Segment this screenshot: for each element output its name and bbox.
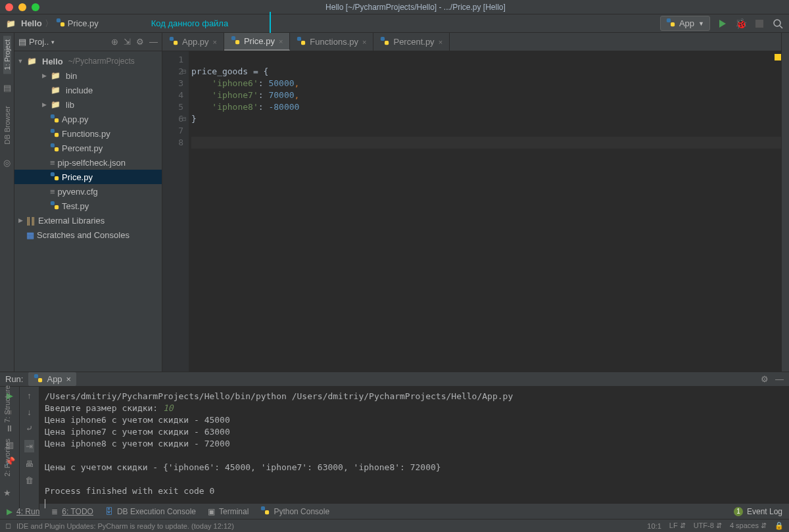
tree-item[interactable]: ≡pip-selfcheck.json bbox=[14, 155, 162, 170]
code-content[interactable]: ⊟price_goods = { 'iphone6': 50000, 'ipho… bbox=[189, 51, 781, 372]
tree-item[interactable]: include bbox=[14, 83, 162, 97]
status-message[interactable]: IDE and Plugin Updates: PyCharm is ready… bbox=[16, 522, 234, 530]
fold-icon[interactable]: ⊟ bbox=[181, 66, 187, 78]
status-line-ending[interactable]: LF ⇵ bbox=[669, 521, 686, 530]
tree-item[interactable]: ≡pyvenv.cfg bbox=[14, 184, 162, 199]
line-number: 3 bbox=[162, 78, 183, 89]
hide-panel-icon[interactable]: — bbox=[775, 374, 784, 384]
close-icon[interactable]: × bbox=[66, 374, 72, 384]
scroll-icon[interactable]: ⇥ bbox=[24, 440, 34, 452]
tree-external-libraries[interactable]: ▶ ‖‖ External Libraries bbox=[14, 213, 162, 228]
close-icon[interactable]: × bbox=[439, 38, 442, 46]
tree-root-path: ~/PycharmProjects bbox=[68, 57, 135, 66]
editor-tab[interactable]: App.py× bbox=[162, 33, 224, 51]
caret-icon[interactable]: ▶ bbox=[41, 72, 47, 79]
caret-icon[interactable]: ▶ bbox=[41, 101, 47, 108]
print-icon[interactable]: 🖶 bbox=[25, 459, 34, 469]
tree-item[interactable]: Percent.py bbox=[14, 141, 162, 155]
python-icon bbox=[169, 36, 178, 47]
status-encoding[interactable]: UTF-8 ⇵ bbox=[694, 521, 722, 530]
side-tab-structure[interactable]: 7: Structure bbox=[3, 381, 11, 427]
line-number: 5 bbox=[162, 101, 183, 113]
status-indent[interactable]: 4 spaces ⇵ bbox=[730, 521, 767, 530]
svg-rect-18 bbox=[170, 37, 174, 41]
bottom-tab-event-log[interactable]: Event Log bbox=[747, 507, 782, 516]
breadcrumb-file[interactable]: Price.py bbox=[68, 18, 99, 28]
fold-icon[interactable]: ⊟ bbox=[181, 113, 187, 125]
stop-button[interactable] bbox=[753, 18, 765, 30]
close-icon[interactable]: × bbox=[362, 38, 366, 46]
side-tab-project[interactable]: 1: Project bbox=[3, 36, 11, 74]
console-line bbox=[45, 473, 784, 485]
editor-tab[interactable]: Functions.py× bbox=[290, 33, 373, 51]
folder-icon bbox=[5, 18, 16, 29]
tree-root[interactable]: ▼ Hello ~/PycharmProjects bbox=[14, 54, 162, 68]
svg-rect-11 bbox=[55, 133, 59, 137]
annotation-label: Код данного файла bbox=[151, 18, 228, 28]
db-icon[interactable]: ▤ bbox=[3, 83, 11, 93]
tree-item[interactable]: ▶bin bbox=[14, 68, 162, 83]
caret-right-icon[interactable]: ▶ bbox=[17, 217, 24, 224]
svg-point-6 bbox=[774, 20, 780, 26]
wrap-icon[interactable]: ⤶ bbox=[26, 423, 33, 433]
close-icon[interactable]: × bbox=[212, 38, 216, 46]
run-config-selector[interactable]: App ▼ bbox=[660, 16, 710, 31]
run-console[interactable]: /Users/dmitriy/PycharmProjects/Hello/bin… bbox=[39, 387, 789, 513]
tree-item[interactable]: App.py bbox=[14, 112, 162, 126]
maximize-window-icon[interactable] bbox=[32, 3, 39, 11]
bottom-tab-db-exec[interactable]: 🗄DB Execution Console bbox=[105, 507, 196, 516]
svg-rect-14 bbox=[51, 172, 55, 176]
project-panel-title[interactable]: Proj.. bbox=[29, 37, 49, 47]
bottom-tab-terminal[interactable]: ▣Terminal bbox=[208, 507, 249, 516]
down-icon[interactable]: ↓ bbox=[27, 407, 32, 417]
project-tree[interactable]: ▼ Hello ~/PycharmProjects ▶bininclude▶li… bbox=[14, 51, 162, 372]
breadcrumb[interactable]: Hello 〉 Price.py bbox=[5, 18, 99, 30]
hide-panel-icon[interactable]: — bbox=[149, 37, 158, 47]
bottom-tab-run[interactable]: ▶4: Run bbox=[7, 507, 39, 516]
svg-rect-26 bbox=[34, 374, 38, 378]
up-icon[interactable]: ↑ bbox=[27, 391, 32, 400]
caret-down-icon[interactable]: ▼ bbox=[17, 58, 24, 64]
minimize-window-icon[interactable] bbox=[18, 3, 26, 11]
tree-item-label: Price.py bbox=[62, 172, 93, 182]
run-toolbar-console: ↑ ↓ ⤶ ⇥ 🖶 🗑 bbox=[20, 387, 39, 513]
toggle-tools-icon[interactable]: ◻ bbox=[5, 521, 11, 530]
bottom-tab-python-console[interactable]: Python Console bbox=[260, 506, 329, 517]
star-icon[interactable]: ★ bbox=[3, 488, 11, 498]
tree-scratches[interactable]: ▦ Scratches and Consoles bbox=[14, 228, 162, 242]
lock-icon[interactable]: 🔒 bbox=[775, 521, 784, 530]
collapse-icon[interactable]: ⇲ bbox=[124, 37, 131, 47]
debug-button[interactable]: 🐞 bbox=[735, 18, 747, 30]
search-icon[interactable] bbox=[772, 18, 784, 30]
run-button[interactable] bbox=[717, 18, 729, 30]
status-caret-pos[interactable]: 10:1 bbox=[647, 522, 661, 530]
svg-rect-21 bbox=[235, 40, 239, 44]
gear-icon[interactable]: ◎ bbox=[3, 158, 11, 168]
side-tab-db-browser[interactable]: DB Browser bbox=[3, 102, 11, 149]
bottom-tab-todo[interactable]: ≣6: TODO bbox=[51, 507, 93, 516]
editor-tab[interactable]: Price.py× bbox=[224, 33, 290, 51]
tab-label: Functions.py bbox=[310, 37, 358, 47]
tree-item[interactable]: Functions.py bbox=[14, 126, 162, 141]
tree-item[interactable]: ▶lib bbox=[14, 97, 162, 112]
svg-rect-5 bbox=[755, 20, 763, 28]
trash-icon[interactable]: 🗑 bbox=[25, 475, 34, 485]
breadcrumb-project[interactable]: Hello bbox=[21, 18, 42, 28]
tree-item[interactable]: Price.py bbox=[14, 170, 162, 184]
gear-icon[interactable]: ⚙ bbox=[761, 374, 769, 384]
code-editor[interactable]: 12345678 ⊟price_goods = { 'iphone6': 500… bbox=[162, 51, 781, 372]
run-tab[interactable]: App × bbox=[28, 372, 76, 386]
file-icon: ≡ bbox=[50, 187, 55, 197]
tree-item[interactable]: Test.py bbox=[14, 199, 162, 213]
python-icon bbox=[50, 114, 59, 125]
side-tab-favorites[interactable]: 2: Favorites bbox=[3, 435, 11, 480]
gear-icon[interactable]: ⚙ bbox=[136, 37, 144, 47]
locate-icon[interactable]: ⊕ bbox=[111, 37, 118, 47]
close-window-icon[interactable] bbox=[5, 3, 13, 11]
folder-icon bbox=[26, 56, 37, 66]
svg-rect-0 bbox=[57, 18, 60, 22]
warning-stripe-icon[interactable] bbox=[775, 54, 781, 60]
editor-tab[interactable]: Percent.py× bbox=[373, 33, 450, 51]
close-icon[interactable]: × bbox=[279, 37, 283, 45]
chevron-down-icon[interactable]: ▾ bbox=[51, 39, 55, 45]
